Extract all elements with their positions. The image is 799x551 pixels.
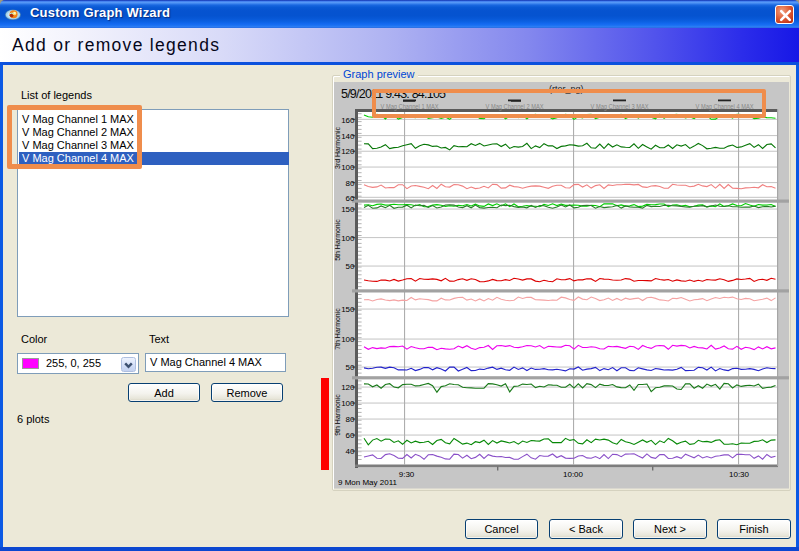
svg-text:60: 60 <box>346 431 355 440</box>
svg-text:10:30: 10:30 <box>729 470 750 479</box>
svg-text:10:00: 10:00 <box>563 470 584 479</box>
svg-text:80: 80 <box>346 415 355 424</box>
svg-text:7th Harmonic: 7th Harmonic <box>334 308 341 350</box>
svg-text:50: 50 <box>346 363 355 372</box>
svg-text:100: 100 <box>341 335 355 344</box>
svg-text:100: 100 <box>341 399 355 408</box>
svg-text:9th Harmonic: 9th Harmonic <box>334 394 341 436</box>
svg-text:150: 150 <box>341 205 355 214</box>
svg-text:5th Harmonic: 5th Harmonic <box>334 219 341 261</box>
svg-text:50: 50 <box>346 262 355 271</box>
svg-text:100: 100 <box>341 163 355 172</box>
svg-text:60: 60 <box>346 194 355 203</box>
svg-text:140: 140 <box>341 132 355 141</box>
svg-text:120: 120 <box>341 383 355 392</box>
svg-text:150: 150 <box>341 305 355 314</box>
svg-text:160: 160 <box>341 116 355 125</box>
svg-text:40: 40 <box>346 447 355 456</box>
svg-text:120: 120 <box>341 147 355 156</box>
svg-text:80: 80 <box>346 179 355 188</box>
svg-text:9 Mon May 2011: 9 Mon May 2011 <box>338 478 398 487</box>
svg-text:100: 100 <box>341 234 355 243</box>
svg-text:9:30: 9:30 <box>399 470 415 479</box>
svg-text:3rd Harmonic: 3rd Harmonic <box>334 126 341 169</box>
